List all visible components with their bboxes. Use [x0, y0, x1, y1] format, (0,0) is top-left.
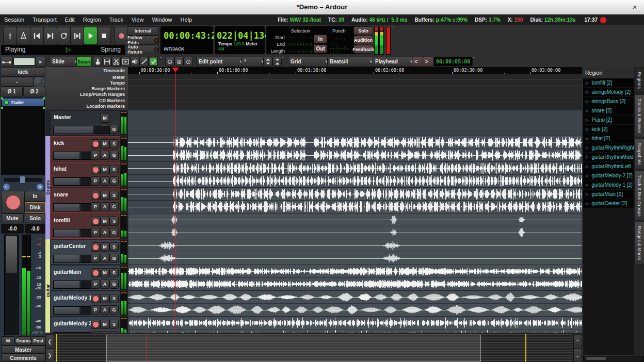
- ruler-label-location-markers[interactable]: Location Markers: [86, 104, 125, 109]
- feedback-button[interactable]: Feedback: [353, 45, 373, 54]
- track-group-button[interactable]: G: [109, 331, 119, 333]
- menu-help[interactable]: Help: [176, 17, 197, 23]
- mute-button[interactable]: Mute: [1, 213, 24, 223]
- stop-button[interactable]: [97, 27, 111, 44]
- grid-unit-select[interactable]: Beats/4▾: [327, 57, 375, 67]
- strip-close-icon[interactable]: ×: [35, 57, 45, 67]
- waveform-canvas[interactable]: [128, 317, 582, 333]
- list-tab-regions[interactable]: Regions: [634, 68, 644, 93]
- track-automation-button[interactable]: A: [100, 228, 109, 237]
- track-gain-fader[interactable]: [53, 203, 91, 211]
- track-content-tomfill[interactable]: [128, 213, 582, 239]
- track-record-button[interactable]: [91, 294, 100, 303]
- track-content-kick[interactable]: [128, 136, 582, 162]
- track-content-guitarmelody-1[interactable]: [128, 291, 582, 317]
- menu-track[interactable]: Track: [105, 17, 127, 23]
- region-list-header[interactable]: Region: [585, 70, 602, 76]
- region-list-item[interactable]: ▷hihat [2]: [583, 134, 634, 143]
- track-solo-button[interactable]: S: [109, 242, 119, 252]
- ruler-location-markers[interactable]: [128, 103, 582, 109]
- track-gain-fader[interactable]: [53, 229, 91, 237]
- track-solo-button[interactable]: S: [109, 165, 119, 174]
- expand-triangle-icon[interactable]: ▷: [586, 109, 588, 113]
- track-gain-fader[interactable]: [53, 126, 110, 134]
- list-tab-ranges-marks[interactable]: Ranges & Marks: [634, 222, 644, 265]
- nudge-clock[interactable]: 00:00:05:00: [433, 57, 473, 67]
- track-automation-button[interactable]: A: [100, 151, 109, 160]
- track-header-master[interactable]: MasterMAG: [50, 110, 120, 136]
- midi-panic-button[interactable]: !: [3, 27, 17, 44]
- gain-display[interactable]: -0.0: [1, 224, 24, 234]
- track-solo-button[interactable]: S: [109, 320, 119, 329]
- rulers[interactable]: 00:00:30:0000:01:00:0000:01:30:0000:02:0…: [128, 67, 582, 110]
- summary-scroll-left-button[interactable]: ❮: [45, 334, 54, 349]
- expand-triangle-icon[interactable]: ▷: [586, 164, 588, 169]
- expand-triangle-icon[interactable]: ▷: [586, 127, 588, 131]
- strip-track-name[interactable]: kick: [1, 67, 45, 77]
- track-content-snare[interactable]: [128, 188, 582, 213]
- track-name-label[interactable]: guitarMain: [54, 269, 81, 275]
- ruler-range-markers[interactable]: [128, 86, 582, 91]
- track-record-button[interactable]: [91, 242, 100, 252]
- track-gain-fader[interactable]: [53, 306, 91, 315]
- processor-led[interactable]: [4, 100, 9, 105]
- tool-draw-button[interactable]: [139, 57, 149, 67]
- expand-triangle-icon[interactable]: ▷: [586, 155, 588, 159]
- region-list-item[interactable]: ▷Piano [2]: [583, 116, 634, 124]
- master-mute-button[interactable]: M: [100, 113, 109, 123]
- summary-strip[interactable]: [54, 334, 574, 362]
- expand-triangle-icon[interactable]: ▷: [586, 100, 588, 104]
- waveform-canvas[interactable]: [128, 239, 582, 265]
- waveform-canvas[interactable]: [128, 265, 582, 290]
- edit-mode-select[interactable]: Slide▾: [50, 57, 79, 67]
- record-enable-button[interactable]: [1, 191, 25, 213]
- loop-button[interactable]: [57, 27, 71, 44]
- track-header-guitarmain[interactable]: guitarMainMSPAG: [50, 265, 120, 290]
- track-mute-button[interactable]: M: [100, 139, 109, 149]
- region-list-item[interactable]: ▷guitarCenter [2]: [583, 199, 634, 208]
- track-solo-button[interactable]: S: [109, 268, 119, 277]
- menu-transport[interactable]: Transport: [28, 17, 61, 23]
- track-automation-button[interactable]: A: [100, 331, 109, 333]
- track-content-master[interactable]: [128, 110, 582, 136]
- track-record-button[interactable]: [91, 217, 100, 226]
- go-start-button[interactable]: [30, 27, 44, 44]
- waveform-canvas[interactable]: [128, 188, 582, 213]
- follow-edits-button[interactable]: Follow Edits: [127, 36, 159, 45]
- disk-button[interactable]: Disk: [25, 202, 45, 213]
- track-header-snare[interactable]: snareMSPAG: [50, 188, 120, 213]
- primary-clock[interactable]: 00:00:43:25 INT/JACK: [160, 26, 214, 55]
- track-name-label[interactable]: kick: [54, 140, 64, 146]
- nudge-back-button[interactable]: <: [412, 57, 424, 67]
- track-playlist-button[interactable]: P: [91, 279, 100, 289]
- track-playlist-button[interactable]: P: [91, 228, 100, 237]
- punch-out-button[interactable]: Out: [314, 44, 327, 53]
- record-button[interactable]: [115, 27, 128, 44]
- track-name-label[interactable]: snare: [54, 191, 68, 198]
- strip-resize-icon[interactable]: ⇤⇥: [1, 57, 13, 67]
- comments-button[interactable]: Comments: [1, 354, 45, 362]
- menu-view[interactable]: View: [127, 17, 148, 23]
- track-playlist-button[interactable]: P: [91, 305, 100, 315]
- summary-view-rectangle[interactable]: [106, 335, 481, 362]
- expand-triangle-icon[interactable]: ▷: [586, 90, 588, 94]
- track-automation-button[interactable]: A: [100, 176, 109, 186]
- expand-triangle-icon[interactable]: ▷: [586, 183, 588, 187]
- track-name-label[interactable]: guitarCenter: [54, 243, 86, 249]
- nudge-forward-button[interactable]: >: [423, 57, 434, 67]
- error-log-icon[interactable]: [600, 17, 607, 24]
- zoom-chevron[interactable]: ˇ: [282, 56, 284, 62]
- track-automation-button[interactable]: A: [100, 202, 109, 211]
- master-group-button[interactable]: G: [109, 125, 119, 134]
- track-group-button[interactable]: G: [109, 151, 119, 160]
- track-playlist-button[interactable]: P: [91, 176, 100, 186]
- zoom-to-session-button[interactable]: ⊙: [184, 57, 193, 67]
- track-header-guitarcenter[interactable]: guitarCenterMSPAG: [50, 239, 120, 265]
- nudge-chevron[interactable]: ˇ: [473, 56, 475, 62]
- expand-triangle-icon[interactable]: ▷: [586, 202, 588, 206]
- track-header-guitarmelody-2[interactable]: guitarMelody 2MSPAG: [50, 317, 120, 333]
- strip-tab-drums[interactable]: Drums: [16, 336, 31, 345]
- track-name-label[interactable]: guitarMelody 2: [54, 320, 92, 326]
- track-header-kick[interactable]: kickMSPAG: [50, 136, 120, 161]
- internal-button[interactable]: Internal: [127, 26, 159, 36]
